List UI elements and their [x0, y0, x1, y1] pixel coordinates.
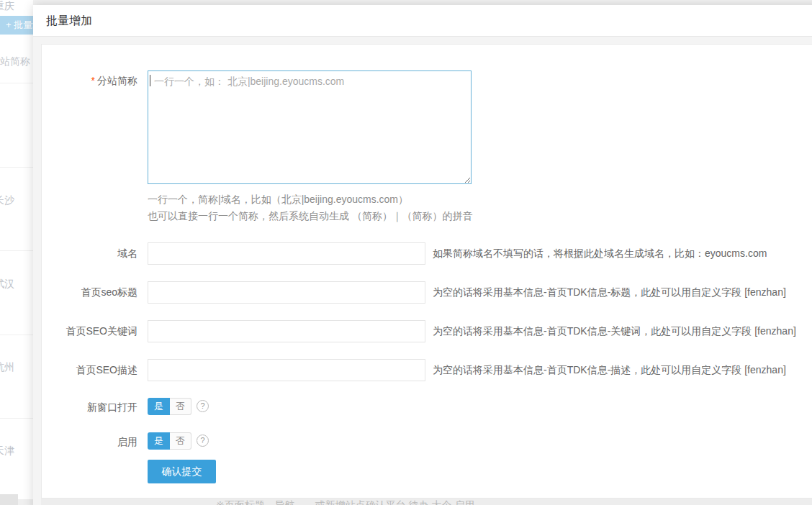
seo-title-input[interactable]: [148, 281, 425, 304]
field-label-seo-keywords: 首页SEO关键词: [42, 325, 137, 338]
field-label-seo-description: 首页SEO描述: [42, 364, 137, 377]
seo-title-hint: 为空的话将采用基本信息-首页TDK信息-标题，此处可以用自定义字段 [fenzh…: [433, 286, 786, 299]
site-abbr-textarea[interactable]: [148, 70, 472, 184]
row-divider: [0, 167, 33, 168]
site-row-hangzhou: 杭州: [0, 361, 14, 374]
dialog-title: 批量增加: [33, 5, 812, 37]
enabled-no-option[interactable]: 否: [170, 432, 191, 450]
abbr-help-line-1: 一行一个，简称|域名，比如（北京|beijing.eyoucms.com）: [148, 194, 408, 206]
column-header-site-abbr: 分站简称: [0, 55, 30, 68]
site-row-tianjin: 天津: [0, 445, 14, 458]
new-window-toggle: 是 否: [148, 398, 191, 415]
text-cursor: [150, 75, 150, 86]
seo-description-input[interactable]: [148, 359, 425, 381]
abbr-help-line-2: 也可以直接一行一个简称，然后系统自动生成 （简称）｜（简称）的拼音: [148, 210, 473, 223]
field-label-seo-title: 首页seo标题: [42, 286, 137, 299]
field-label-enabled: 启用: [42, 436, 137, 449]
site-row-chongqing: 重庆: [0, 0, 14, 13]
seo-keywords-input[interactable]: [148, 320, 425, 342]
seo-description-hint: 为空的话将采用基本信息-首页TDK信息-描述，此处可以用自定义字段 [fenzh…: [433, 364, 786, 377]
new-window-no-option[interactable]: 否: [170, 398, 191, 415]
bottom-tips-band: ※页面标题－导航……或新增站点确认平台 待办 大个 启用: [41, 499, 812, 505]
row-divider: [0, 83, 33, 83]
field-label-site-abbr: *分站简称: [42, 75, 137, 88]
field-label-domain: 域名: [42, 247, 137, 260]
page-background-sliver: [33, 0, 812, 5]
domain-input[interactable]: [148, 242, 425, 265]
row-divider: [0, 418, 33, 419]
site-row-wuhan: 武汉: [0, 278, 14, 291]
row-divider: [0, 250, 33, 251]
seo-keywords-hint: 为空的话将采用基本信息-首页TDK信息-关键词，此处可以用自定义字段 [fenz…: [433, 325, 796, 338]
enabled-help-icon[interactable]: ?: [197, 435, 209, 447]
confirm-submit-button[interactable]: 确认提交: [148, 460, 216, 483]
enabled-toggle: 是 否: [148, 432, 191, 450]
clipped-tip-text: ※页面标题－导航……或新增站点确认平台 待办 大个 启用: [216, 499, 474, 505]
site-row-changsha: 长沙: [0, 194, 14, 207]
batch-add-form-panel: *分站简称 一行一个，简称|域名，比如（北京|beijing.eyoucms.c…: [41, 44, 812, 499]
new-window-yes-option[interactable]: 是: [148, 398, 170, 415]
batch-add-button[interactable]: + 批量增加: [0, 16, 33, 35]
page-bottom-corner: [0, 494, 18, 505]
enabled-yes-option[interactable]: 是: [148, 432, 170, 450]
row-divider: [0, 335, 33, 335]
required-asterisk: *: [91, 75, 95, 86]
new-window-help-icon[interactable]: ?: [197, 400, 209, 412]
domain-hint: 如果简称域名不填写的话，将根据此处域名生成域名，比如：eyoucms.com: [433, 247, 767, 260]
batch-add-dialog: 批量增加 *分站简称 一行一个，简称|域名，比如（北京|beijing.eyou…: [33, 5, 812, 505]
field-label-new-window: 新窗口打开: [42, 401, 137, 414]
